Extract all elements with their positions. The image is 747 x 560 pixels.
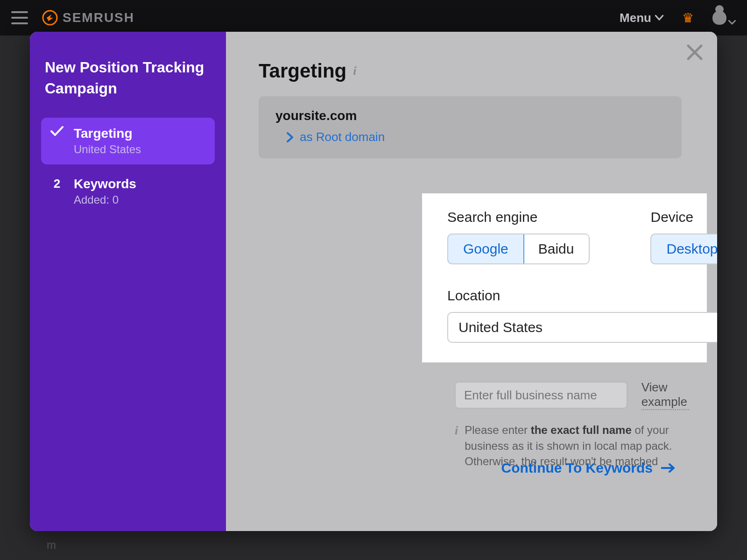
step-label: Keywords — [74, 177, 136, 191]
cta-label: Continue To Keywords — [501, 460, 653, 476]
root-domain-label: as Root domain — [300, 130, 385, 144]
targeting-form-highlight: Search engine Google Baidu Device Deskto… — [422, 193, 707, 362]
search-engine-google[interactable]: Google — [447, 234, 524, 264]
check-icon — [50, 126, 63, 136]
step-number: 2 — [50, 177, 63, 191]
location-group: Location — [447, 288, 717, 343]
chevron-down-icon — [728, 20, 736, 25]
semrush-logo[interactable]: SEMRUSH — [42, 10, 134, 26]
avatar-icon — [712, 11, 726, 25]
wizard-title: New Position TrackingCampaign — [45, 57, 215, 99]
panel-title: Targeting i — [259, 60, 684, 82]
search-engine-group: Search engine Google Baidu — [447, 209, 590, 264]
step-sub: United States — [74, 143, 141, 156]
chevron-down-icon — [655, 15, 663, 21]
crown-icon[interactable]: ♛ — [682, 10, 694, 26]
user-menu[interactable] — [712, 11, 736, 25]
arrow-right-icon — [661, 463, 675, 473]
view-example-link[interactable]: View example — [641, 380, 689, 410]
business-name-section: View example i Please enter the exact fu… — [455, 380, 689, 469]
wizard-modal: New Position TrackingCampaign Targeting … — [30, 32, 717, 531]
step-targeting[interactable]: Targeting United States — [41, 118, 215, 164]
device-label: Device — [650, 209, 717, 225]
menu-label: Menu — [620, 11, 651, 25]
root-domain-toggle[interactable]: as Root domain — [287, 130, 665, 144]
info-icon: i — [455, 422, 458, 469]
info-icon[interactable]: i — [353, 64, 356, 78]
close-icon[interactable] — [685, 43, 704, 62]
step-keywords[interactable]: 2 Keywords Added: 0 — [41, 168, 215, 215]
search-engine-label: Search engine — [447, 209, 590, 225]
stray-text: m — [47, 539, 56, 552]
device-group: Device Desktop Mobile Tablet — [650, 209, 717, 264]
device-desktop[interactable]: Desktop — [650, 234, 717, 264]
device-segmented: Desktop Mobile Tablet — [650, 234, 717, 264]
top-nav: SEMRUSH Menu ♛ — [0, 0, 747, 35]
step-sub: Added: 0 — [74, 193, 136, 206]
business-name-input[interactable] — [455, 382, 627, 409]
wizard-panel: Targeting i yoursite.com as Root domain … — [226, 32, 717, 531]
menu-dropdown[interactable]: Menu — [620, 11, 663, 25]
logo-text: SEMRUSH — [63, 10, 134, 25]
location-input[interactable] — [447, 312, 717, 343]
logo-spark-icon — [42, 10, 58, 26]
chevron-right-icon — [287, 132, 293, 142]
location-label: Location — [447, 288, 717, 304]
domain-name: yoursite.com — [275, 108, 665, 123]
continue-to-keywords-button[interactable]: Continue To Keywords — [501, 460, 675, 476]
hamburger-icon[interactable] — [11, 11, 28, 24]
search-engine-segmented: Google Baidu — [447, 234, 590, 264]
step-label: Targeting — [74, 126, 141, 141]
domain-card: yoursite.com as Root domain — [259, 96, 682, 158]
search-engine-baidu[interactable]: Baidu — [523, 234, 589, 263]
wizard-sidebar: New Position TrackingCampaign Targeting … — [30, 32, 226, 531]
